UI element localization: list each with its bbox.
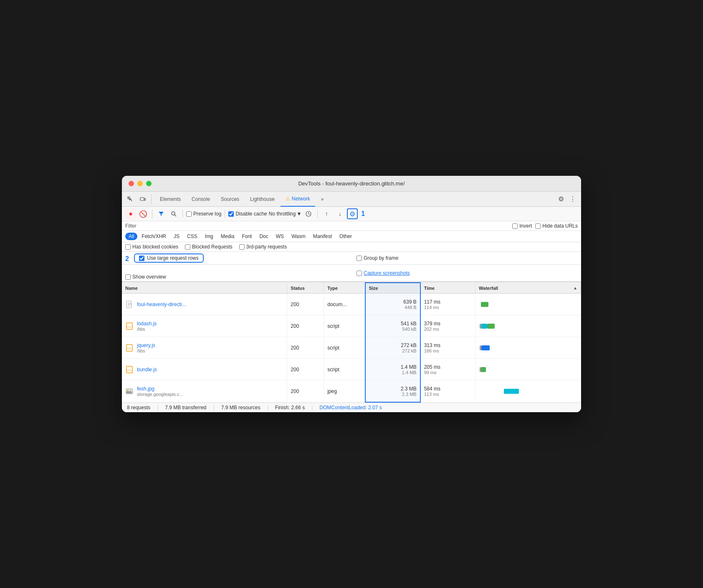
col-header-status[interactable]: Status bbox=[287, 283, 324, 294]
sort-arrow-icon: ▲ bbox=[573, 286, 577, 290]
maximize-button[interactable] bbox=[146, 181, 152, 186]
device-toggle-icon[interactable] bbox=[138, 194, 148, 204]
third-party-requests-checkbox[interactable]: 3rd-party requests bbox=[239, 244, 287, 250]
svg-line-4 bbox=[174, 215, 176, 216]
large-request-wrapper: Use large request rows bbox=[134, 253, 203, 263]
clear-button[interactable]: 🚫 bbox=[138, 208, 149, 219]
group-by-frame-checkbox[interactable]: Group by frame bbox=[357, 255, 398, 261]
col-header-waterfall[interactable]: Waterfall ▲ bbox=[475, 283, 581, 294]
throttling-select[interactable]: No throttling ▼ bbox=[269, 211, 302, 217]
type-filter-manifest[interactable]: Manifest bbox=[310, 233, 335, 240]
row-waterfall bbox=[475, 294, 581, 315]
requests-count: 8 requests bbox=[127, 405, 150, 411]
filter-options: Invert Hide data URLs bbox=[512, 223, 578, 229]
throttling-settings-icon[interactable] bbox=[303, 208, 314, 219]
settings-gear-icon[interactable]: ⚙ bbox=[556, 194, 566, 204]
network-settings-button[interactable]: ⚙ bbox=[347, 208, 358, 219]
toolbar-separator-4 bbox=[317, 210, 318, 218]
type-filter-doc[interactable]: Doc bbox=[256, 233, 271, 240]
inspect-icon[interactable] bbox=[125, 194, 135, 204]
row-waterfall bbox=[475, 359, 581, 380]
capture-screenshots-checkbox[interactable]: Capture screenshots bbox=[357, 270, 410, 276]
row-type: script bbox=[324, 315, 365, 337]
row-name-cell: foul-heavenly-directi... bbox=[122, 294, 287, 315]
row-status: 200 bbox=[287, 337, 324, 359]
resource-subtitle: storage.googleapis.c... bbox=[137, 392, 183, 397]
hide-data-urls-checkbox[interactable]: Hide data URLs bbox=[535, 223, 578, 229]
search-icon[interactable] bbox=[168, 208, 179, 219]
col-header-name[interactable]: Name bbox=[122, 283, 287, 294]
invert-checkbox[interactable]: Invert bbox=[512, 223, 532, 229]
download-icon[interactable]: ↓ bbox=[334, 208, 345, 219]
type-filter-ws[interactable]: WS bbox=[273, 233, 287, 240]
resources-size: 7.9 MB resources bbox=[221, 405, 260, 411]
type-filter-row: All Fetch/XHR JS CSS Img Media Font Doc … bbox=[122, 231, 581, 242]
type-filter-fetch-xhr[interactable]: Fetch/XHR bbox=[138, 233, 169, 240]
type-filter-img[interactable]: Img bbox=[202, 233, 217, 240]
type-filter-css[interactable]: CSS bbox=[184, 233, 201, 240]
row-type: script bbox=[324, 337, 365, 359]
transferred-size: 7.9 MB transferred bbox=[165, 405, 206, 411]
close-button[interactable] bbox=[129, 181, 134, 186]
type-filter-other[interactable]: Other bbox=[336, 233, 355, 240]
use-large-rows-checkbox[interactable] bbox=[139, 256, 144, 261]
blocked-requests-checkbox[interactable]: Blocked Requests bbox=[185, 244, 233, 250]
dom-content-loaded: DOMContentLoaded: 2.07 s bbox=[319, 405, 382, 411]
preserve-log-checkbox[interactable]: Preserve log bbox=[186, 211, 221, 217]
tab-bar: Elements Console Sources Lighthouse ⚠ Ne… bbox=[122, 192, 581, 207]
col-header-size[interactable]: Size bbox=[365, 283, 420, 294]
type-filter-media[interactable]: Media bbox=[217, 233, 238, 240]
row-name-cell: </> bundle.js bbox=[122, 359, 287, 380]
toolbar-separator-1 bbox=[152, 210, 152, 218]
type-filter-js[interactable]: JS bbox=[170, 233, 183, 240]
row-name-cell: fesh.jpg storage.googleapis.c... bbox=[122, 380, 287, 402]
show-overview-checkbox[interactable]: Show overview bbox=[125, 274, 346, 280]
type-filter-all[interactable]: All bbox=[125, 233, 137, 240]
tab-sources[interactable]: Sources bbox=[216, 192, 244, 207]
table-row[interactable]: </> lodash.js /libs 200 script 541 kB bbox=[122, 315, 581, 337]
col-header-time[interactable]: Time bbox=[420, 283, 475, 294]
resource-name: bundle.js bbox=[137, 367, 157, 373]
kebab-menu-icon[interactable]: ⋮ bbox=[568, 194, 578, 204]
table-row[interactable]: fesh.jpg storage.googleapis.c... 200 jpe… bbox=[122, 380, 581, 402]
record-button[interactable]: ● bbox=[125, 208, 136, 219]
svg-point-17 bbox=[127, 390, 129, 391]
tab-console[interactable]: Console bbox=[187, 192, 215, 207]
tab-more[interactable]: » bbox=[316, 192, 329, 207]
table-row[interactable]: </> bundle.js 200 script 1.4 MB bbox=[122, 359, 581, 380]
tab-lighthouse[interactable]: Lighthouse bbox=[245, 192, 280, 207]
resource-subtitle: /libs bbox=[137, 348, 155, 353]
row-size: 1.4 MB 1.4 MB bbox=[365, 359, 420, 380]
row-time: 584 ms 113 ms bbox=[420, 380, 475, 402]
has-blocked-cookies-checkbox[interactable]: Has blocked cookies bbox=[125, 244, 178, 250]
upload-icon[interactable]: ↑ bbox=[321, 208, 332, 219]
row-type: script bbox=[324, 359, 365, 380]
svg-text:</>: </> bbox=[127, 325, 132, 329]
type-filter-font[interactable]: Font bbox=[238, 233, 255, 240]
network-warning-icon: ⚠ bbox=[286, 196, 290, 202]
disable-cache-checkbox[interactable]: Disable cache bbox=[228, 211, 267, 217]
filter-icon[interactable] bbox=[156, 208, 167, 219]
filter-bar: Filter Invert Hide data URLs bbox=[122, 221, 581, 231]
tab-network[interactable]: ⚠ Network bbox=[281, 192, 315, 207]
col-header-type[interactable]: Type bbox=[324, 283, 365, 294]
minimize-button[interactable] bbox=[137, 181, 143, 186]
tab-elements[interactable]: Elements bbox=[155, 192, 186, 207]
row-status: 200 bbox=[287, 294, 324, 315]
titlebar: DevTools - foul-heavenly-direction.glitc… bbox=[122, 176, 581, 192]
settings-row-1: 2 Use large request rows Group by frame bbox=[122, 252, 581, 265]
svg-rect-2 bbox=[144, 198, 146, 200]
row-waterfall bbox=[475, 380, 581, 402]
svg-text:</>: </> bbox=[127, 368, 132, 372]
tab-actions: ⚙ ⋮ bbox=[556, 194, 578, 204]
row-time: 205 ms 99 ms bbox=[420, 359, 475, 380]
row-waterfall bbox=[475, 315, 581, 337]
table-row[interactable]: foul-heavenly-directi... 200 docum... 63… bbox=[122, 294, 581, 315]
type-filter-wasm[interactable]: Wasm bbox=[288, 233, 309, 240]
table-row[interactable]: </> jquery.js /libs 200 script 272 kB bbox=[122, 337, 581, 359]
resource-name: fesh.jpg bbox=[137, 386, 183, 392]
row-time: 379 ms 202 ms bbox=[420, 315, 475, 337]
use-large-rows-label: Use large request rows bbox=[147, 255, 198, 261]
row-time: 313 ms 186 ms bbox=[420, 337, 475, 359]
script-file-icon: </> bbox=[125, 344, 134, 352]
